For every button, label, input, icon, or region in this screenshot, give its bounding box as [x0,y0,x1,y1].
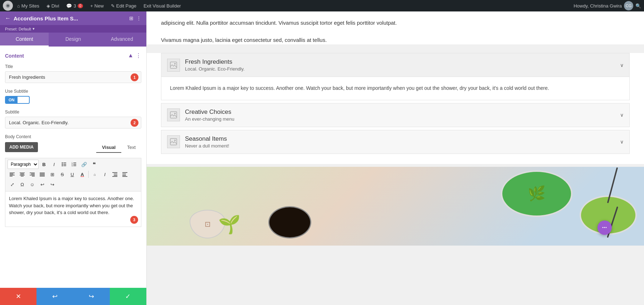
tab-content[interactable]: Content [0,33,49,47]
subtitle-input-wrap: 2 [5,117,141,129]
admin-bar: W ⌂ My Sites ◈ Divi 💬 3 0 + New ✎ Edit P… [0,0,644,11]
intro-text: adipiscing elit. Nulla porttitor accumsa… [161,19,630,44]
special-char-button[interactable]: ⌂ [90,170,99,179]
body-content-section: Body Content ADD MEDIA Visual Text Parag… [5,134,141,227]
accordion-title-wrap-2: Creative Choices An ever-changing menu [185,108,615,122]
align-right-button[interactable] [28,170,37,179]
search-icon[interactable]: 🔍 [635,3,641,9]
more-icon[interactable]: ⋮ [136,15,141,21]
svg-point-41 [174,113,176,114]
redo-editor-button[interactable]: ↪ [48,180,57,189]
accordion-header-fresh-ingredients[interactable]: Fresh Ingredients Local. Organic. Eco-Fr… [161,53,629,77]
accordion-image-placeholder [167,59,180,72]
section-more-icon[interactable]: ⋮ [136,52,141,59]
title-input[interactable] [5,71,141,83]
bold-button[interactable]: B [39,160,49,169]
indent-button[interactable] [110,170,119,179]
italic2-button[interactable]: I [100,170,109,179]
wp-logo[interactable]: W [3,1,13,11]
subtitle-input[interactable] [5,117,141,129]
preset-selector[interactable]: Preset: Default ▾ [0,25,146,33]
comment-badge: 0 [78,4,83,8]
body-badge: 3 [130,216,138,224]
admin-bar-divi[interactable]: ◈ Divi [44,0,62,11]
layout-icon[interactable]: ⊞ [129,15,133,21]
tab-design[interactable]: Design [49,33,97,47]
ul-button[interactable] [59,160,69,169]
toggle-off-area [18,99,29,101]
omega-button[interactable]: Ω [18,180,27,189]
ol-button[interactable]: 1.2.3. [69,160,79,169]
float-action-button[interactable]: ••• [597,221,612,235]
tab-advanced[interactable]: Advanced [98,33,146,47]
food-image-section: ⊡ 🌱 🌿 ••• [147,167,644,246]
panel-footer: ✕ ↩ ↪ ✓ [0,288,146,305]
tab-text[interactable]: Text [121,142,141,153]
subtitle-toggle[interactable]: ON [5,96,30,104]
text-color-button[interactable]: A [78,170,87,179]
add-media-button[interactable]: ADD MEDIA [5,142,38,152]
svg-point-43 [174,140,176,141]
home-icon: ⌂ [17,3,20,9]
svg-rect-38 [170,62,177,68]
blockquote-button[interactable]: ❝ [89,160,99,169]
undo-button[interactable]: ↩ [36,288,73,305]
underline-button[interactable]: U [68,170,77,179]
save-button[interactable]: ✓ [110,288,146,305]
paragraph-select[interactable]: Paragraph [8,160,39,169]
svg-point-6 [62,165,63,166]
fullscreen-button[interactable]: ⤢ [8,180,17,189]
link-button[interactable]: 🔗 [79,160,89,169]
title-input-wrap: 1 [5,71,141,83]
accordion-title-wrap-3: Seasonal Items Never a dull moment! [185,135,615,149]
editor-body[interactable]: Lorem Khaled Ipsum is a major key to suc… [5,191,141,227]
emoji-button[interactable]: ☺ [28,180,37,189]
admin-bar-new[interactable]: + New [87,0,107,11]
chevron-up-icon-1: ∨ [620,62,624,68]
tab-visual[interactable]: Visual [96,142,121,153]
align-left-button[interactable] [8,170,17,179]
strikethrough-button[interactable]: S [58,170,67,179]
collapse-icon[interactable]: ▲ [128,52,133,59]
align-justify-button[interactable] [38,170,47,179]
admin-bar-exit-builder[interactable]: Exit Visual Builder [141,0,184,11]
body-content-label: Body Content [5,134,141,139]
subtitle-toggle-wrap: ON [5,96,141,104]
subtitle-toggle-group: Use Subtitle ON [5,89,141,104]
divi-icon: ◈ [47,3,50,9]
accordion-subtitle-2: An ever-changing menu [185,116,615,122]
accordion-item-creative-choices: Creative Choices An ever-changing menu ∨ [161,103,630,127]
food-bowl-greens: 🌿 [501,170,572,217]
table-button[interactable]: ⊞ [48,170,57,179]
accordion-item-seasonal-items: Seasonal Items Never a dull moment! ∨ [161,130,630,154]
accordion-subtitle-1: Local. Organic. Eco-Friendly. [185,66,615,72]
save-icon: ✓ [125,292,131,300]
back-button[interactable]: ← [5,15,11,21]
left-panel: ← Accordions Plus Item S... ⊞ ⋮ Preset: … [0,11,147,305]
accordion-title-1: Fresh Ingredients [185,58,615,66]
accordion-body-1: Lorem Khaled Ipsum is a major key to suc… [161,77,629,100]
cancel-icon: ✕ [16,292,21,300]
admin-bar-my-sites[interactable]: ⌂ My Sites [14,0,42,11]
panel-header: ← Accordions Plus Item S... ⊞ ⋮ [0,11,146,25]
svg-point-4 [62,164,63,165]
toolbar-divider [88,171,89,178]
redo-button[interactable]: ↪ [73,288,110,305]
outdent-button[interactable] [120,170,130,179]
align-center-button[interactable] [18,170,27,179]
content-heading-title: Content [5,53,24,59]
accordion-title-wrap-1: Fresh Ingredients Local. Organic. Eco-Fr… [185,58,615,72]
redo-icon: ↪ [89,292,94,300]
food-radishes: 🌱 [218,214,240,235]
accordion-header-creative-choices[interactable]: Creative Choices An ever-changing menu ∨ [161,103,629,127]
admin-bar-edit-page[interactable]: ✎ Edit Page [108,0,139,11]
svg-point-39 [174,63,176,64]
italic-button[interactable]: I [49,160,59,169]
title-field-group: Title 1 [5,64,141,83]
accordion-header-seasonal-items[interactable]: Seasonal Items Never a dull moment! ∨ [161,130,629,154]
subtitle-badge: 2 [131,119,138,127]
undo-editor-button[interactable]: ↩ [38,180,47,189]
admin-bar-comments[interactable]: 💬 3 0 [63,0,86,11]
subtitle-field-group: Subtitle 2 [5,110,141,129]
cancel-button[interactable]: ✕ [0,288,36,305]
